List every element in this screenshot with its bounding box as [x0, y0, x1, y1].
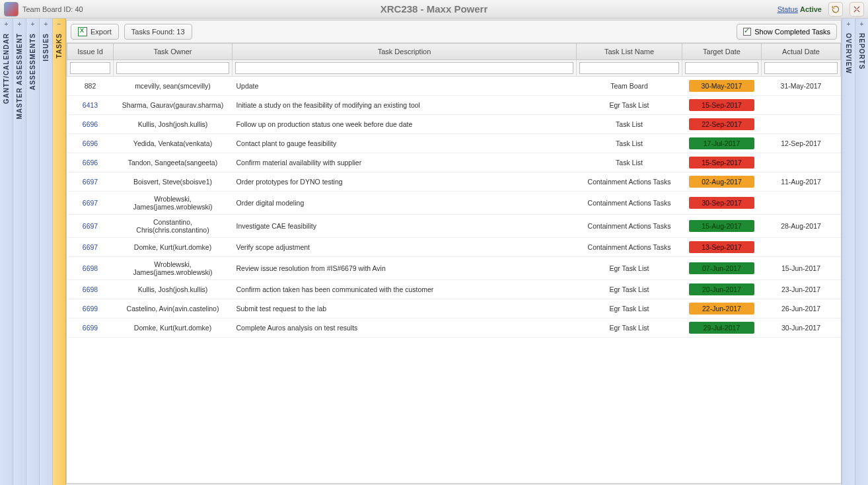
- cell-issue[interactable]: 6699: [67, 299, 114, 318]
- table-row[interactable]: 6696Tandon, Sangeeta(sangeeta)Confirm ma…: [67, 153, 841, 172]
- table-row[interactable]: 6698Wroblewski, James(james.wroblewski)R…: [67, 257, 841, 280]
- cell-issue[interactable]: 6413: [67, 96, 114, 115]
- cell-target: 15-Aug-2017: [682, 215, 762, 238]
- status-link[interactable]: Status: [778, 5, 798, 13]
- cell-issue[interactable]: 882: [67, 77, 114, 96]
- table-row[interactable]: 6697Domke, Kurt(kurt.domke)Verify scope …: [67, 238, 841, 257]
- filter-list[interactable]: [579, 62, 679, 74]
- col-header-issue[interactable]: Issue Id: [67, 44, 114, 60]
- table-row[interactable]: 6696Yedida, Venkata(venkata)Contact plan…: [67, 134, 841, 153]
- topbar: Team Board ID: 40 XRC238 - Maxx Powerr S…: [0, 0, 868, 19]
- filter-owner[interactable]: [116, 62, 229, 74]
- left-tab-rail: +GANTT/CALENDAR+MASTER ASSESSMENT+ASSESS…: [0, 19, 66, 485]
- filter-desc[interactable]: [235, 62, 573, 74]
- cell-owner: Sharma, Gaurav(gaurav.sharma): [114, 96, 233, 115]
- tab-issues[interactable]: +ISSUES: [40, 19, 53, 485]
- filter-actual[interactable]: [764, 62, 838, 74]
- cell-issue[interactable]: 6697: [67, 238, 114, 257]
- cell-list: Egr Task List: [577, 318, 682, 338]
- cell-list: Containment Actions Tasks: [577, 238, 682, 257]
- col-header-actual[interactable]: Actual Date: [762, 44, 841, 60]
- cell-issue[interactable]: 6697: [67, 172, 114, 192]
- cell-actual: [762, 115, 841, 134]
- table-row[interactable]: 6698Kullis, Josh(josh.kullis)Confirm act…: [67, 280, 841, 299]
- settings-icon[interactable]: [850, 2, 864, 17]
- col-header-desc[interactable]: Task Description: [233, 44, 577, 60]
- cell-issue[interactable]: 6696: [67, 134, 114, 153]
- cell-owner: Wroblewski, James(james.wroblewski): [114, 257, 233, 280]
- workspace: +GANTT/CALENDAR+MASTER ASSESSMENT+ASSESS…: [0, 19, 868, 485]
- table-row[interactable]: 6699Domke, Kurt(kurt.domke)Complete Auro…: [67, 318, 841, 338]
- cell-list: Containment Actions Tasks: [577, 215, 682, 238]
- cell-issue[interactable]: 6696: [67, 153, 114, 172]
- cell-target: 07-Jun-2017: [682, 257, 762, 280]
- cell-list: Egr Task List: [577, 280, 682, 299]
- page-title: XRC238 - Maxx Powerr: [380, 3, 488, 15]
- table-row[interactable]: 6699Castelino, Avin(avin.castelino)Submi…: [67, 299, 841, 318]
- cell-list: Containment Actions Tasks: [577, 172, 682, 192]
- show-completed-checkbox[interactable]: Show Completed Tasks: [737, 24, 837, 40]
- cell-issue[interactable]: 6699: [67, 318, 114, 338]
- cell-desc: Order prototypes for DYNO testing: [233, 172, 577, 192]
- cell-target: 29-Jul-2017: [682, 318, 762, 338]
- tab-master[interactable]: +MASTER ASSESSMENT: [13, 19, 26, 485]
- col-header-target[interactable]: Target Date: [682, 44, 762, 60]
- cell-desc: Initiate a study on the feasibility of m…: [233, 96, 577, 115]
- cell-issue[interactable]: 6697: [67, 215, 114, 238]
- tab-reports[interactable]: +REPORTS: [855, 19, 868, 485]
- export-button[interactable]: Export: [71, 24, 119, 40]
- expand-icon: +: [0, 19, 13, 29]
- filter-target[interactable]: [685, 62, 758, 74]
- cell-issue[interactable]: 6697: [67, 192, 114, 215]
- cell-desc: Contact plant to gauge feasibility: [233, 134, 577, 153]
- export-label: Export: [90, 28, 112, 36]
- cell-owner: mcevilly, sean(smcevilly): [114, 77, 233, 96]
- cell-list: Containment Actions Tasks: [577, 192, 682, 215]
- show-completed-label: Show Completed Tasks: [754, 28, 830, 36]
- cell-target: 15-Sep-2017: [682, 153, 762, 172]
- cell-target: 02-Aug-2017: [682, 172, 762, 192]
- filter-issue[interactable]: [70, 62, 110, 74]
- col-header-owner[interactable]: Task Owner: [114, 44, 233, 60]
- cell-issue[interactable]: 6698: [67, 257, 114, 280]
- refresh-icon[interactable]: [828, 2, 843, 17]
- cell-owner: Tandon, Sangeeta(sangeeta): [114, 153, 233, 172]
- cell-target: 30-May-2017: [682, 77, 762, 96]
- cell-list: Egr Task List: [577, 257, 682, 280]
- table-row[interactable]: 6697Boisvert, Steve(sboisve1)Order proto…: [67, 172, 841, 192]
- cell-target: 20-Jun-2017: [682, 280, 762, 299]
- tab-gantt[interactable]: +GANTT/CALENDAR: [0, 19, 13, 485]
- cell-target: 15-Sep-2017: [682, 96, 762, 115]
- table-row[interactable]: 6696Kullis, Josh(josh.kullis)Follow up o…: [67, 115, 841, 134]
- tasks-found-label: Tasks Found: 13: [124, 24, 192, 40]
- cell-actual: 28-Aug-2017: [762, 215, 841, 238]
- expand-icon: −: [53, 19, 65, 29]
- table-scroll-area[interactable]: Issue Id Task Owner Task Description Tas…: [67, 43, 841, 483]
- cell-actual: 23-Jun-2017: [762, 280, 841, 299]
- tab-tasks[interactable]: −TASKS: [53, 19, 66, 485]
- expand-icon: +: [26, 19, 39, 29]
- cell-actual: [762, 192, 841, 215]
- cell-desc: Review issue resolution from #IS#6679 wi…: [233, 257, 577, 280]
- tab-label: ASSESSMENTS: [29, 33, 36, 91]
- tab-label: REPORTS: [858, 33, 865, 69]
- app-logo: [4, 2, 18, 17]
- cell-owner: Castelino, Avin(avin.castelino): [114, 299, 233, 318]
- table-row[interactable]: 6697Constantino, Chris(chris.constantino…: [67, 215, 841, 238]
- cell-issue[interactable]: 6696: [67, 115, 114, 134]
- col-header-list[interactable]: Task List Name: [577, 44, 682, 60]
- cell-list: Task List: [577, 153, 682, 172]
- cell-desc: Order digital modeling: [233, 192, 577, 215]
- table-row[interactable]: 6697Wroblewski, James(james.wroblewski)O…: [67, 192, 841, 215]
- cell-actual: [762, 153, 841, 172]
- cell-owner: Wroblewski, James(james.wroblewski): [114, 192, 233, 215]
- cell-actual: 26-Jun-2017: [762, 299, 841, 318]
- tab-assess[interactable]: +ASSESSMENTS: [26, 19, 40, 485]
- tab-label: GANTT/CALENDAR: [3, 33, 10, 104]
- tab-overview[interactable]: +OVERVIEW: [842, 19, 855, 485]
- cell-desc: Complete Auros analysis on test results: [233, 318, 577, 338]
- table-row[interactable]: 6413Sharma, Gaurav(gaurav.sharma)Initiat…: [67, 96, 841, 115]
- table-row[interactable]: 882mcevilly, sean(smcevilly)UpdateTeam B…: [67, 77, 841, 96]
- cell-owner: Domke, Kurt(kurt.domke): [114, 238, 233, 257]
- cell-issue[interactable]: 6698: [67, 280, 114, 299]
